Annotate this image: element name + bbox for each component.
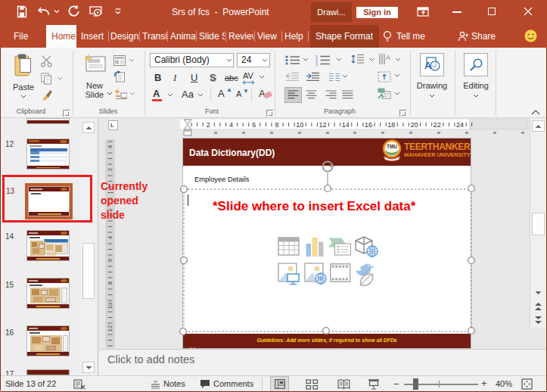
svg-text:6: 6	[107, 258, 113, 262]
svg-text:14: 14	[342, 121, 350, 129]
svg-text:6: 6	[252, 121, 256, 129]
svg-text:12: 12	[319, 121, 326, 129]
svg-text:18: 18	[387, 121, 395, 129]
svg-text:3: 3	[315, 62, 318, 67]
svg-text:20: 20	[410, 121, 418, 129]
svg-text:2: 2	[107, 167, 113, 171]
svg-text:10: 10	[107, 302, 113, 309]
svg-text:4: 4	[107, 235, 113, 239]
svg-text:12: 12	[107, 325, 113, 331]
svg-text:TMU: TMU	[387, 144, 397, 149]
svg-text:10: 10	[296, 121, 303, 129]
svg-text:4: 4	[229, 121, 233, 129]
svg-text:A: A	[386, 54, 390, 61]
svg-text:A: A	[424, 60, 432, 71]
svg-text:8: 8	[275, 121, 278, 129]
svg-text:8: 8	[107, 281, 113, 285]
svg-text:24: 24	[456, 121, 464, 129]
svg-text:22: 22	[434, 121, 441, 129]
svg-text:2: 2	[207, 121, 210, 129]
svg-text:4: 4	[107, 145, 113, 148]
svg-text:16: 16	[365, 121, 372, 129]
